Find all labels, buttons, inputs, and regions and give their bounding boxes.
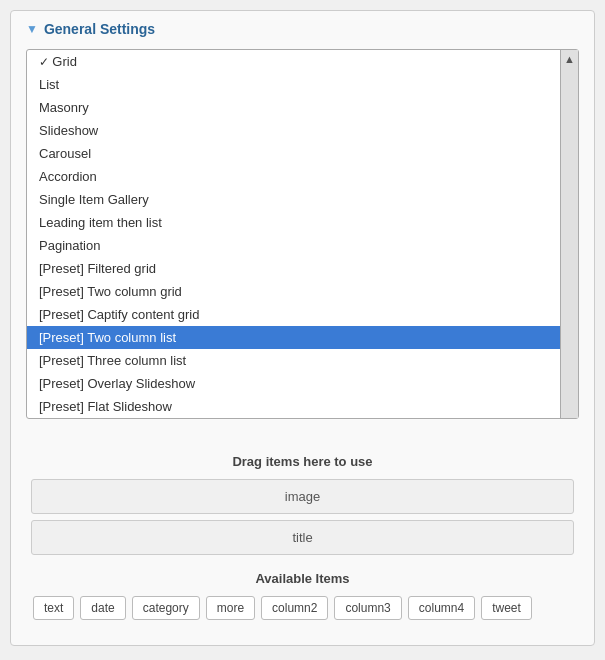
dropdown-item-preset-two-column-list[interactable]: [Preset] Two column list [27,326,578,349]
available-item-category[interactable]: category [132,596,200,620]
dropdown-item-list[interactable]: List [27,73,578,96]
main-content-area: Drag items here to use image title Avail… [26,429,579,630]
page-wrapper: ▼ General Settings Grid List Masonry Sli… [0,0,605,660]
available-item-date[interactable]: date [80,596,125,620]
available-item-column3[interactable]: column3 [334,596,401,620]
dropdown-item-grid[interactable]: Grid [27,50,578,73]
available-item-text[interactable]: text [33,596,74,620]
dropdown-item-carousel[interactable]: Carousel [27,142,578,165]
dropdown-item-accordion[interactable]: Accordion [27,165,578,188]
available-item-more[interactable]: more [206,596,255,620]
dropdown-item-preset-flat-slideshow[interactable]: [Preset] Flat Slideshow [27,395,578,418]
available-item-column4[interactable]: column4 [408,596,475,620]
dropdown-item-masonry[interactable]: Masonry [27,96,578,119]
panel-header: ▼ General Settings [26,21,579,37]
available-items-row: text date category more column2 column3 … [31,596,574,620]
drag-label: Drag items here to use [31,454,574,469]
dropdown-item-preset-filtered-grid[interactable]: [Preset] Filtered grid [27,257,578,280]
dropdown-item-leading-item-then-list[interactable]: Leading item then list [27,211,578,234]
panel-title: General Settings [44,21,155,37]
dropdown-item-preset-two-column-grid[interactable]: [Preset] Two column grid [27,280,578,303]
general-settings-panel: ▼ General Settings Grid List Masonry Sli… [10,10,595,646]
dropdown-container[interactable]: Grid List Masonry Slideshow Carousel Acc… [26,49,579,419]
available-item-column2[interactable]: column2 [261,596,328,620]
dropdown-list: Grid List Masonry Slideshow Carousel Acc… [27,50,578,418]
dropdown-item-preset-overlay-slideshow[interactable]: [Preset] Overlay Slideshow [27,372,578,395]
dropdown-item-preset-three-column-list[interactable]: [Preset] Three column list [27,349,578,372]
available-items-label: Available Items [31,571,574,586]
dropdown-scroll-button[interactable]: ▲ [560,50,578,418]
chevron-icon: ▼ [26,22,38,36]
dropdown-item-slideshow[interactable]: Slideshow [27,119,578,142]
drag-item-image[interactable]: image [31,479,574,514]
dropdown-item-preset-captify-content-grid[interactable]: [Preset] Captify content grid [27,303,578,326]
dropdown-item-pagination[interactable]: Pagination [27,234,578,257]
dropdown-item-single-item-gallery[interactable]: Single Item Gallery [27,188,578,211]
available-item-tweet[interactable]: tweet [481,596,532,620]
drag-item-title[interactable]: title [31,520,574,555]
